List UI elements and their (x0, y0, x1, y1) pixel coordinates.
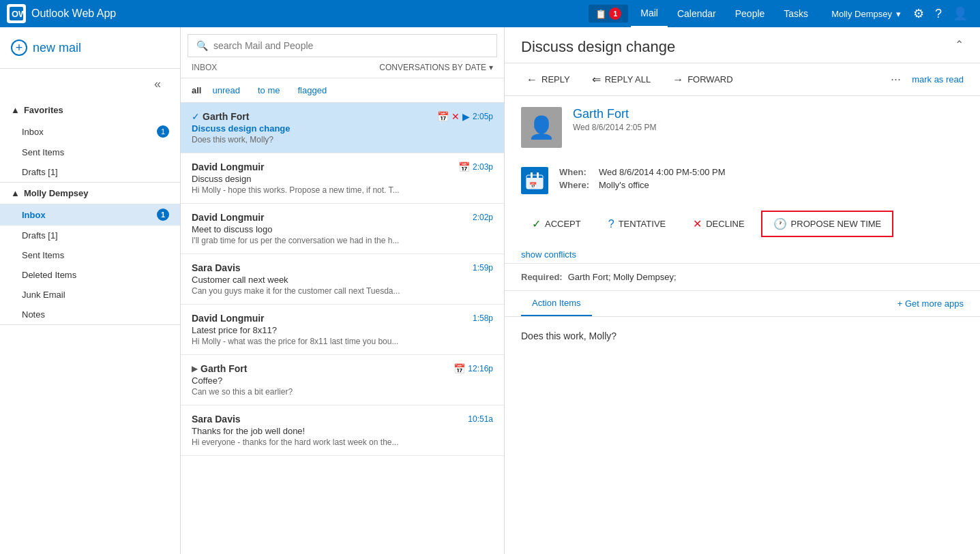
decline-icon: ✕ (693, 217, 702, 230)
settings-icon[interactable]: ⚙ (908, 6, 930, 21)
email-time: 12:16p (468, 364, 493, 373)
sender-info: Garth Fort Wed 8/6/2014 2:05 PM (573, 107, 964, 132)
get-more-apps-link[interactable]: + Get more apps (897, 298, 964, 309)
search-bar[interactable]: 🔍 (188, 34, 497, 57)
response-buttons: ✓ ACCEPT ? TENTATIVE ✕ DECLINE 🕐 PROPOSE… (505, 202, 980, 245)
mark-as-read-link[interactable]: mark as read (912, 74, 964, 84)
tab-unread[interactable]: unread (205, 82, 246, 98)
reply-all-button[interactable]: ⇐ REPLY ALL (586, 70, 656, 89)
avatar-icon[interactable]: 👤 (947, 6, 973, 21)
decline-button[interactable]: ✕ DECLINE (682, 212, 755, 236)
nav-people[interactable]: People (726, 0, 775, 27)
required-label: Required: (521, 272, 563, 282)
sidebar-item-label: Notes (22, 309, 169, 320)
email-body: Does this work, Molly? (505, 317, 980, 355)
search-icon: 🔍 (196, 40, 208, 51)
favorites-header[interactable]: ▲ Favorites (0, 99, 180, 121)
sidebar-item-favorites-drafts[interactable]: Drafts [1] (0, 162, 180, 182)
email-icons: 📅 12:16p (454, 363, 493, 374)
filter-label: INBOX (192, 63, 217, 72)
required-block: Required: Garth Fort; Molly Dempsey; (505, 264, 980, 290)
delete-icon[interactable]: ✕ (451, 111, 460, 122)
inbox-badge: 1 (157, 125, 169, 138)
inbox-badge: 1 (157, 209, 169, 221)
calendar-alt-icon: 📅 (454, 363, 465, 374)
reply-button[interactable]: ← REPLY (521, 71, 576, 89)
tab-all[interactable]: all (192, 82, 201, 98)
check-icon: ✓ (192, 111, 200, 122)
sidebar-item-junk[interactable]: Junk Email (0, 285, 180, 305)
search-input[interactable] (213, 40, 488, 51)
email-item[interactable]: Sara Davis 10:51a Thanks for the job wel… (181, 405, 504, 456)
sidebar-item-deleted[interactable]: Deleted Items (0, 265, 180, 285)
email-item[interactable]: ▶ Garth Fort 📅 12:16p Coffee? Can we so … (181, 355, 504, 405)
svg-rect-5 (537, 172, 539, 178)
tentative-label: TENTATIVE (619, 219, 666, 229)
where-label: Where: (559, 180, 593, 190)
show-conflicts-anchor[interactable]: show conflicts (521, 249, 576, 260)
email-subject: Latest price for 8x11? (192, 325, 493, 335)
nav-tasks[interactable]: Tasks (774, 0, 818, 27)
collapse-reading-icon[interactable]: ⌃ (955, 38, 964, 51)
email-item[interactable]: Sara Davis 1:59p Customer call next week… (181, 254, 504, 305)
sidebar-item-notes[interactable]: Notes (0, 305, 180, 324)
sidebar-item-sent[interactable]: Sent Items (0, 245, 180, 265)
sidebar-item-inbox[interactable]: Inbox 1 (0, 204, 180, 226)
chevron-down-icon: ▾ (489, 63, 493, 72)
nav-mail[interactable]: Mail (631, 0, 668, 27)
conflicts-link[interactable]: show conflicts (505, 245, 980, 263)
clock-icon: 🕐 (773, 217, 787, 230)
tab-action-items[interactable]: Action Items (521, 291, 592, 316)
new-mail-button[interactable]: + new mail (0, 27, 180, 69)
email-preview: Can we so this a bit earlier? (192, 387, 493, 397)
accept-button[interactable]: ✓ ACCEPT (521, 212, 592, 236)
reply-all-icon: ⇐ (592, 73, 601, 86)
tab-to-me[interactable]: to me (251, 82, 287, 98)
sidebar-item-favorites-inbox[interactable]: Inbox 1 (0, 121, 180, 142)
sidebar-item-label: Junk Email (22, 290, 169, 300)
new-mail-icon: + (11, 40, 27, 56)
favorites-label: Favorites (24, 105, 63, 115)
when-value: Wed 8/6/2014 4:00 PM-5:00 PM (599, 167, 725, 177)
sort-dropdown[interactable]: CONVERSATIONS BY DATE ▾ (379, 63, 493, 72)
email-item[interactable]: David Longmuir 2:02p Meet to discuss log… (181, 204, 504, 254)
tab-flagged[interactable]: flagged (291, 82, 333, 98)
sender-block: 👤 Garth Fort Wed 8/6/2014 2:05 PM (505, 96, 980, 159)
sidebar-item-drafts[interactable]: Drafts [1] (0, 226, 180, 245)
nav-badge[interactable]: 📋 1 (589, 5, 628, 22)
calendar-icon: 📅 (521, 167, 548, 194)
where-value: Molly's office (599, 180, 649, 190)
favorites-section: ▲ Favorites Inbox 1 Sent Items Drafts [1… (0, 99, 180, 183)
accept-label: ACCEPT (545, 219, 581, 229)
more-button[interactable]: ··· (891, 72, 901, 87)
email-item[interactable]: ✓ Garth Fort 📅 ✕ ▶ 2:05p Discuss design … (181, 103, 504, 153)
email-preview: Hi Molly - what was the price for 8x11 l… (192, 337, 493, 346)
email-subject: Discuss design change (192, 123, 493, 134)
chevron-down-icon: ▲ (11, 105, 20, 115)
email-sender: David Longmuir (192, 212, 265, 223)
email-sender: Garth Fort (203, 111, 249, 122)
nav-calendar[interactable]: Calendar (668, 0, 726, 27)
accept-icon: ✓ (532, 217, 541, 230)
propose-time-button[interactable]: 🕐 PROPOSE NEW TIME (761, 211, 894, 237)
email-item[interactable]: David Longmuir 📅 2:03p Discuss design Hi… (181, 153, 504, 204)
thread-icon: ▶ (192, 364, 198, 373)
help-icon[interactable]: ? (930, 7, 947, 21)
main-layout: + new mail « ▲ Favorites Inbox 1 Sent It… (0, 27, 980, 554)
chevron-down-icon: ▾ (896, 9, 901, 19)
tentative-button[interactable]: ? TENTATIVE (597, 213, 677, 236)
reply-all-label: REPLY ALL (605, 74, 651, 84)
forward-icon[interactable]: ▶ (462, 111, 470, 122)
collapse-icon[interactable]: « (143, 72, 172, 97)
badge-icon: 📋 (595, 9, 606, 19)
email-item[interactable]: David Longmuir 1:58p Latest price for 8x… (181, 305, 504, 355)
sidebar-item-favorites-sent[interactable]: Sent Items (0, 142, 180, 162)
tabs-row: Action Items + Get more apps (521, 291, 964, 316)
email-time: 1:59p (473, 263, 493, 273)
calendar-icon: 📅 (458, 161, 470, 172)
molly-section-header[interactable]: ▲ Molly Dempsey (0, 183, 180, 204)
user-menu[interactable]: Molly Dempsey ▾ (825, 9, 908, 19)
sidebar-item-label: Inbox (22, 127, 157, 137)
forward-button[interactable]: → FORWARD (667, 71, 738, 89)
email-time: 1:58p (473, 313, 493, 323)
